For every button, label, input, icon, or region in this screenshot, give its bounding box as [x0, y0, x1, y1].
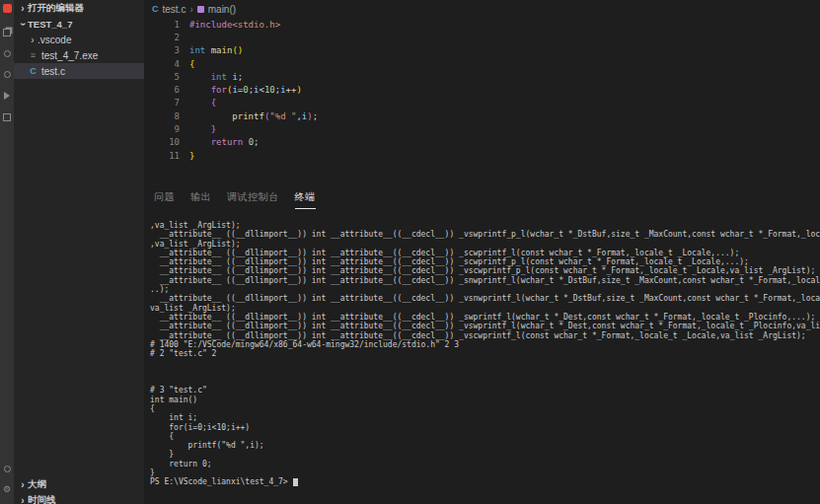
editor-area: C test.c › main() 1#include<stdio.h>23in…: [144, 0, 820, 185]
code-line[interactable]: 3int main(): [144, 44, 820, 57]
panel: 问题输出调试控制台终端 ,va_list _ArgList); __attrib…: [144, 185, 820, 504]
explorer-sidebar: › 打开的编辑器 › TEST_4_7 ›.vscode≡test_4_7.ex…: [14, 0, 144, 504]
file-tree-item-test.c[interactable]: Ctest.c: [14, 63, 144, 79]
code-line[interactable]: 11}: [144, 149, 820, 162]
terminal-line: va_list _ArgList);: [150, 304, 820, 313]
breadcrumb-symbol[interactable]: main(): [208, 4, 236, 15]
file-name: .vscode: [37, 35, 71, 45]
extensions-icon[interactable]: [3, 113, 11, 121]
code-line[interactable]: 1#include<stdio.h>: [144, 18, 820, 31]
activity-bar-bottom: ⚙: [2, 466, 12, 504]
terminal-line: __attribute__ ((__dllimport__)) int __at…: [150, 322, 820, 330]
terminal-line: ,va_list _ArgList);: [150, 221, 820, 230]
terminal-line: __attribute__ ((__dllimport__)) int __at…: [150, 249, 820, 257]
c-file-icon: C: [152, 4, 159, 14]
terminal-line: }: [150, 468, 820, 477]
terminal-line: return 0;: [150, 460, 820, 468]
exe-file-icon: ≡: [28, 50, 38, 60]
terminal-line: [150, 358, 820, 367]
terminal-line: [150, 368, 820, 377]
activity-bar: ⚙: [0, 0, 14, 504]
timeline-label: 时间线: [28, 494, 56, 504]
terminal-line: __attribute__ ((__dllimport__)) int __at…: [150, 313, 820, 322]
terminal-line: # 1400 "E:/VSCode/mingw64/x86_64-w64-min…: [150, 340, 820, 349]
panel-tab-调试控制台[interactable]: 调试控制台: [227, 185, 279, 209]
terminal-prompt[interactable]: PS E:\VScode_lianxi\test_4_7>: [150, 477, 820, 486]
breadcrumb-file[interactable]: test.c: [163, 4, 186, 15]
file-tree-item-test_4_7.exe[interactable]: ≡test_4_7.exe: [14, 47, 144, 63]
code-text: }: [189, 124, 216, 134]
code-line[interactable]: 10 return 0;: [144, 136, 820, 149]
open-editors-label: 打开的编辑器: [28, 2, 84, 15]
search-icon[interactable]: [4, 50, 11, 57]
terminal-line: {: [150, 432, 820, 441]
outline-section[interactable]: › 大纲: [14, 476, 144, 492]
settings-gear-icon[interactable]: ⚙: [2, 484, 12, 494]
folder-header[interactable]: › TEST_4_7: [14, 16, 144, 32]
panel-tab-bar: 问题输出调试控制台终端: [144, 185, 820, 209]
terminal-cursor: [293, 478, 298, 486]
folder-name: TEST_4_7: [28, 19, 72, 30]
sidebar-bottom-sections: › 大纲 › 时间线: [14, 476, 144, 504]
code-text: printf("%d ",i);: [189, 111, 318, 121]
terminal-line: __attribute__ ((__dllimport__)) int __at…: [150, 276, 820, 285]
chevron-right-icon: ›: [18, 479, 28, 490]
file-name: test.c: [41, 66, 65, 77]
code-text: return 0;: [189, 137, 259, 147]
breadcrumb[interactable]: C test.c › main(): [144, 0, 820, 18]
source-control-icon[interactable]: [4, 71, 11, 78]
activity-bar-top: [3, 0, 12, 466]
code-line[interactable]: 6 for(i=0;i<10;i++): [144, 83, 820, 96]
chevron-down-icon: ›: [18, 19, 29, 29]
outline-label: 大纲: [28, 478, 46, 491]
terminal-output[interactable]: ,va_list _ArgList); __attribute__ ((__dl…: [144, 209, 820, 487]
terminal-line: [150, 377, 820, 386]
code-text: {: [189, 98, 216, 108]
vscode-window: ⚙ › 打开的编辑器 › TEST_4_7 ›.vscode≡test_4_7.…: [0, 0, 820, 504]
line-number: 10: [144, 137, 189, 147]
terminal-line: # 3 "test.c": [150, 386, 820, 395]
line-number: 4: [144, 59, 189, 69]
account-icon[interactable]: [4, 466, 11, 472]
panel-tab-问题[interactable]: 问题: [154, 185, 175, 209]
line-number: 2: [144, 33, 189, 42]
code-line[interactable]: 9 }: [144, 122, 820, 135]
terminal-line: __attribute__ ((__dllimport__)) int __at…: [150, 331, 820, 340]
line-number: 11: [144, 151, 189, 161]
code-line[interactable]: 5 int i;: [144, 70, 820, 83]
panel-tab-终端[interactable]: 终端: [295, 185, 316, 209]
c-file-icon: C: [28, 66, 38, 76]
explorer-icon[interactable]: [3, 29, 11, 36]
terminal-line: __attribute__ ((__dllimport__)) int __at…: [150, 230, 820, 239]
line-number: 3: [144, 45, 189, 55]
file-name: test_4_7.exe: [41, 50, 98, 61]
terminal-line: __attribute__ ((__dllimport__)) int __at…: [150, 266, 820, 275]
code-line[interactable]: 8 printf("%d ",i);: [144, 109, 820, 122]
terminal-line: ,va_list _ArgList);: [150, 240, 820, 249]
panel-tab-输出[interactable]: 输出: [190, 185, 211, 209]
line-number: 1: [144, 20, 189, 30]
terminal-line: int main(): [150, 396, 820, 404]
code-text: int i;: [189, 72, 243, 82]
line-number: 5: [144, 72, 189, 82]
open-editors-section[interactable]: › 打开的编辑器: [14, 0, 144, 16]
code-text: int main(): [189, 45, 243, 55]
terminal-line: ..);: [150, 285, 820, 294]
terminal-line: __attribute__ ((__dllimport__)) int __at…: [150, 257, 820, 266]
code-line[interactable]: 2: [144, 31, 820, 43]
code-text: for(i=0;i<10;i++): [189, 85, 302, 95]
method-symbol-icon: [197, 6, 204, 13]
terminal-line: printf("%d ",i);: [150, 441, 820, 450]
timeline-section[interactable]: › 时间线: [14, 492, 144, 504]
code-area[interactable]: 1#include<stdio.h>23int main()4{5 int i;…: [144, 18, 820, 162]
terminal-line: }: [150, 450, 820, 459]
terminal-line: int i;: [150, 413, 820, 422]
terminal-line: {: [150, 404, 820, 413]
file-tree-item-.vscode[interactable]: ›.vscode: [14, 32, 144, 47]
run-debug-icon[interactable]: [4, 92, 10, 100]
code-line[interactable]: 4{: [144, 57, 820, 70]
file-tree: ›.vscode≡test_4_7.exeCtest.c: [14, 32, 144, 79]
code-line[interactable]: 7 {: [144, 97, 820, 109]
chevron-right-icon: ›: [28, 35, 37, 45]
logo-icon[interactable]: [3, 4, 12, 13]
